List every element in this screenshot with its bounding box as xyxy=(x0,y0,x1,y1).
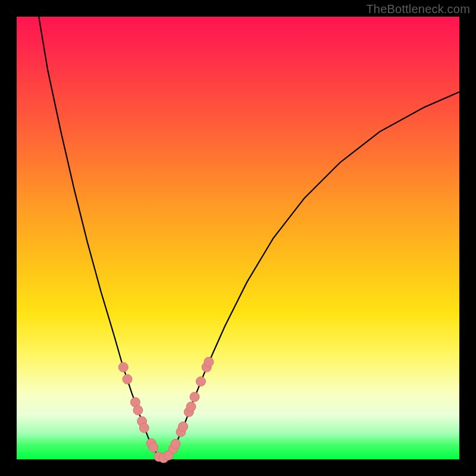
marker-point xyxy=(190,392,199,402)
marker-point xyxy=(196,377,206,386)
data-markers xyxy=(118,357,214,463)
curve-lines xyxy=(39,17,459,459)
marker-point xyxy=(133,405,143,415)
curve-right-branch xyxy=(163,92,460,459)
outer-frame: TheBottleneck.com xyxy=(0,0,476,476)
plot-area xyxy=(17,17,459,459)
marker-point xyxy=(204,357,214,367)
marker-point xyxy=(178,422,188,431)
marker-point xyxy=(123,374,132,384)
watermark-text: TheBottleneck.com xyxy=(366,2,470,16)
marker-point xyxy=(139,423,149,433)
curve-left-branch xyxy=(39,17,162,459)
marker-point xyxy=(186,402,196,412)
marker-point xyxy=(118,362,128,372)
marker-point xyxy=(171,439,180,449)
chart-svg xyxy=(17,17,459,459)
marker-point xyxy=(149,443,158,452)
